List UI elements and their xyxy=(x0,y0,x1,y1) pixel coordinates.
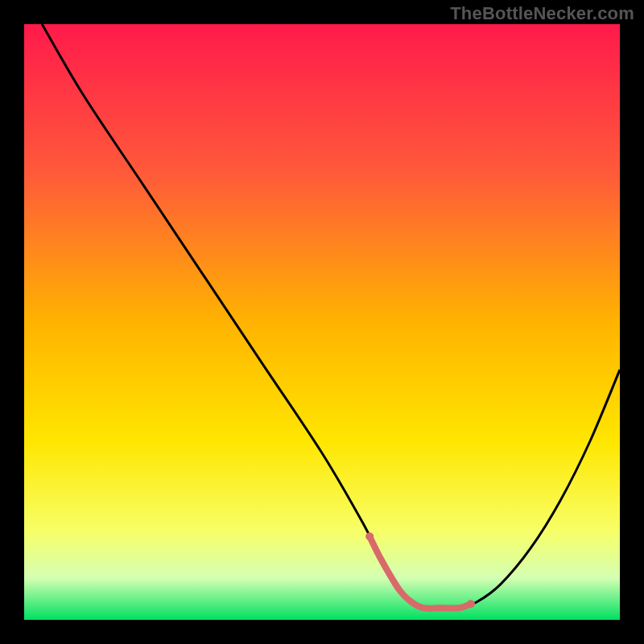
highlight-dot xyxy=(365,532,374,540)
gradient-background xyxy=(24,24,620,620)
chart-frame: TheBottleNecker.com xyxy=(0,0,644,644)
attribution-text: TheBottleNecker.com xyxy=(450,3,634,24)
chart-svg xyxy=(24,24,620,620)
highlight-dot xyxy=(467,600,475,608)
plot-area xyxy=(24,24,620,620)
